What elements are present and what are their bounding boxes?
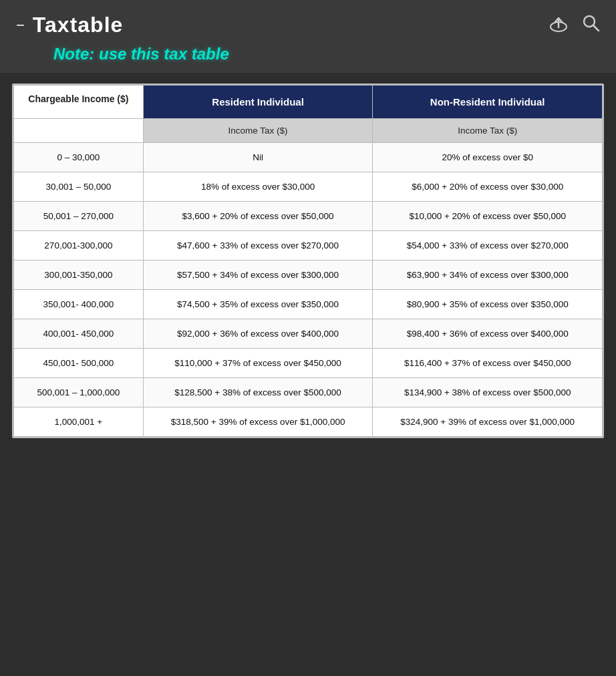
nonresident-tax-cell: $134,900 + 38% of excess over $500,000 bbox=[373, 378, 603, 407]
tax-table-container: Chargeable Income ($) Resident Individua… bbox=[12, 83, 604, 438]
table-subheader-row: Income Tax ($) Income Tax ($) bbox=[14, 119, 603, 143]
table-row: 0 – 30,000Nil20% of excess over $0 bbox=[14, 143, 603, 172]
table-row: 270,001-300,000$47,600 + 33% of excess o… bbox=[14, 231, 603, 261]
resident-tax-cell: $128,500 + 38% of excess over $500,000 bbox=[143, 378, 373, 407]
nonresident-individual-header: Non-Resident Individual bbox=[373, 86, 603, 119]
app-header: − Taxtable bbox=[0, 0, 616, 43]
chargeable-income-cell: 1,000,001 + bbox=[14, 407, 144, 437]
chargeable-income-cell: 270,001-300,000 bbox=[14, 231, 144, 261]
resident-tax-cell: $57,500 + 34% of excess over $300,000 bbox=[143, 261, 373, 290]
resident-tax-cell: Nil bbox=[143, 143, 373, 172]
chargeable-sub-cell bbox=[14, 119, 144, 143]
search-icon[interactable] bbox=[581, 13, 600, 37]
table-row: 300,001-350,000$57,500 + 34% of excess o… bbox=[14, 261, 603, 290]
resident-tax-cell: $110,000 + 37% of excess over $450,000 bbox=[143, 349, 373, 378]
chargeable-income-cell: 400,001- 450,000 bbox=[14, 319, 144, 349]
upload-icon[interactable] bbox=[548, 12, 569, 38]
nonresident-tax-cell: $324,900 + 39% of excess over $1,000,000 bbox=[373, 407, 603, 437]
chargeable-income-cell: 500,001 – 1,000,000 bbox=[14, 378, 144, 407]
nonresident-tax-cell: $116,400 + 37% of excess over $450,000 bbox=[373, 349, 603, 378]
header-left: − Taxtable bbox=[16, 13, 123, 37]
chargeable-income-header: Chargeable Income ($) bbox=[14, 86, 144, 119]
chargeable-income-cell: 450,001- 500,000 bbox=[14, 349, 144, 378]
nonresident-tax-cell: $10,000 + 20% of excess over $50,000 bbox=[373, 202, 603, 231]
resident-tax-cell: $318,500 + 39% of excess over $1,000,000 bbox=[143, 407, 373, 437]
resident-income-tax-sub: Income Tax ($) bbox=[143, 119, 373, 143]
app-title: Taxtable bbox=[33, 13, 123, 37]
nonresident-tax-cell: $6,000 + 20% of excess over $30,000 bbox=[373, 172, 603, 202]
table-row: 1,000,001 +$318,500 + 39% of excess over… bbox=[14, 407, 603, 437]
note-text: Note: use this tax table bbox=[53, 45, 229, 63]
back-icon[interactable]: − bbox=[16, 17, 25, 34]
resident-tax-cell: $92,000 + 36% of excess over $400,000 bbox=[143, 319, 373, 349]
resident-tax-cell: $47,600 + 33% of excess over $270,000 bbox=[143, 231, 373, 261]
nonresident-tax-cell: $63,900 + 34% of excess over $300,000 bbox=[373, 261, 603, 290]
table-row: 50,001 – 270,000$3,600 + 20% of excess o… bbox=[14, 202, 603, 231]
resident-individual-header: Resident Individual bbox=[143, 86, 373, 119]
nonresident-tax-cell: $54,000 + 33% of excess over $270,000 bbox=[373, 231, 603, 261]
resident-tax-cell: $74,500 + 35% of excess over $350,000 bbox=[143, 290, 373, 319]
note-bar: Note: use this tax table bbox=[0, 43, 616, 73]
nonresident-tax-cell: $80,900 + 35% of excess over $350,000 bbox=[373, 290, 603, 319]
resident-tax-cell: $3,600 + 20% of excess over $50,000 bbox=[143, 202, 373, 231]
tax-table: Chargeable Income ($) Resident Individua… bbox=[13, 85, 603, 437]
table-header-row: Chargeable Income ($) Resident Individua… bbox=[14, 86, 603, 119]
chargeable-income-cell: 50,001 – 270,000 bbox=[14, 202, 144, 231]
table-row: 400,001- 450,000$92,000 + 36% of excess … bbox=[14, 319, 603, 349]
chargeable-income-cell: 300,001-350,000 bbox=[14, 261, 144, 290]
header-icons bbox=[548, 12, 600, 38]
table-row: 350,001- 400,000$74,500 + 35% of excess … bbox=[14, 290, 603, 319]
nonresident-tax-cell: 20% of excess over $0 bbox=[373, 143, 603, 172]
table-body: 0 – 30,000Nil20% of excess over $030,001… bbox=[14, 143, 603, 437]
svg-line-3 bbox=[593, 25, 599, 31]
chargeable-income-cell: 30,001 – 50,000 bbox=[14, 172, 144, 202]
table-row: 450,001- 500,000$110,000 + 37% of excess… bbox=[14, 349, 603, 378]
resident-tax-cell: 18% of excess over $30,000 bbox=[143, 172, 373, 202]
chargeable-income-cell: 350,001- 400,000 bbox=[14, 290, 144, 319]
nonresident-income-tax-sub: Income Tax ($) bbox=[373, 119, 603, 143]
table-row: 500,001 – 1,000,000$128,500 + 38% of exc… bbox=[14, 378, 603, 407]
nonresident-tax-cell: $98,400 + 36% of excess over $400,000 bbox=[373, 319, 603, 349]
chargeable-income-cell: 0 – 30,000 bbox=[14, 143, 144, 172]
table-row: 30,001 – 50,00018% of excess over $30,00… bbox=[14, 172, 603, 202]
